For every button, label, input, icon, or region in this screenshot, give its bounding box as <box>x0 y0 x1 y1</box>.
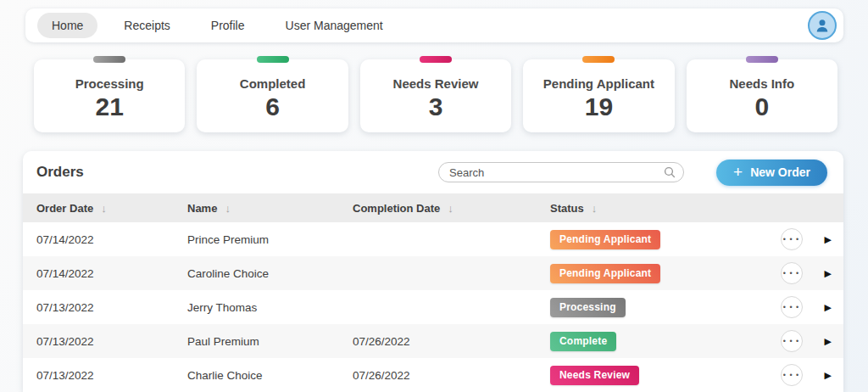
row-expand-arrow-icon[interactable]: ▶ <box>825 370 832 381</box>
row-expand-arrow-icon[interactable]: ▶ <box>825 302 832 313</box>
column-header[interactable]: Order Date ↓ <box>36 202 187 215</box>
nav-tab-user-management[interactable]: User Management <box>271 13 398 38</box>
stat-card[interactable]: Processing 21 <box>34 59 185 132</box>
nav-tab-profile[interactable]: Profile <box>197 13 259 38</box>
sort-down-icon[interactable]: ↓ <box>592 202 598 215</box>
cell-actions: • • • ▶ <box>755 364 833 386</box>
search-icon <box>663 165 676 179</box>
table-row[interactable]: 07/14/2022 Caroline Choice Pending Appli… <box>23 256 843 290</box>
sort-down-icon[interactable]: ↓ <box>225 202 231 215</box>
stat-value: 0 <box>754 92 769 121</box>
cell-status: Processing <box>550 298 755 317</box>
cell-order-date: 07/13/2022 <box>36 369 187 382</box>
new-order-label: New Order <box>750 165 810 179</box>
ellipsis-icon: • • • <box>783 338 799 345</box>
cell-name: Caroline Choice <box>187 267 353 280</box>
cell-status: Complete <box>550 332 755 351</box>
column-header[interactable]: Completion Date ↓ <box>353 202 550 215</box>
status-badge: Complete <box>550 332 616 351</box>
status-summary-cards: Processing 21 Completed 6 Needs Review 3… <box>34 59 837 132</box>
row-menu-button[interactable]: • • • <box>781 364 803 386</box>
nav-tab-receipts[interactable]: Receipts <box>109 13 184 38</box>
cell-order-date: 07/14/2022 <box>36 233 187 246</box>
stat-label: Processing <box>75 76 144 91</box>
cell-status: Pending Applicant <box>550 264 755 283</box>
stat-value: 19 <box>585 92 613 121</box>
stat-color-bar <box>420 56 452 63</box>
cell-name: Paul Premium <box>187 335 353 348</box>
table-row[interactable]: 07/14/2022 Prince Premium Pending Applic… <box>23 222 843 256</box>
row-menu-button[interactable]: • • • <box>781 262 803 284</box>
row-expand-arrow-icon[interactable]: ▶ <box>825 336 832 347</box>
ellipsis-icon: • • • <box>783 270 799 277</box>
nav-tab-home[interactable]: Home <box>37 13 97 38</box>
user-icon <box>814 17 831 34</box>
ellipsis-icon: • • • <box>783 236 799 244</box>
stat-color-bar <box>93 56 125 63</box>
row-menu-button[interactable]: • • • <box>781 296 803 318</box>
ellipsis-icon: • • • <box>783 372 799 379</box>
orders-table-body: 07/14/2022 Prince Premium Pending Applic… <box>23 222 843 392</box>
cell-name: Prince Premium <box>187 233 353 246</box>
stat-card[interactable]: Pending Applicant 19 <box>523 59 674 132</box>
column-label: Name <box>187 202 217 215</box>
cell-order-date: 07/14/2022 <box>36 267 187 280</box>
row-expand-arrow-icon[interactable]: ▶ <box>825 234 832 245</box>
stat-card[interactable]: Needs Review 3 <box>360 59 511 132</box>
orders-table-header: Order Date ↓ Name ↓ Completion Date ↓ St… <box>23 193 843 222</box>
top-navbar: HomeReceiptsProfileUser Management <box>25 8 843 42</box>
cell-name: Jerry Thomas <box>187 301 353 314</box>
status-badge: Pending Applicant <box>550 264 660 283</box>
user-avatar[interactable] <box>808 11 837 40</box>
plus-icon: + <box>733 164 743 180</box>
table-row[interactable]: 07/13/2022 Charlie Choice 07/26/2022 Nee… <box>23 358 843 392</box>
orders-title: Orders <box>36 164 84 181</box>
stat-card[interactable]: Completed 6 <box>197 59 348 132</box>
orders-panel: Orders + New Order Order Date ↓ Name ↓ C… <box>23 151 843 392</box>
stat-color-bar <box>746 56 778 63</box>
ellipsis-icon: • • • <box>783 304 799 311</box>
stat-value: 21 <box>96 92 124 121</box>
cell-actions: • • • ▶ <box>755 330 833 352</box>
stat-label: Pending Applicant <box>543 76 654 91</box>
orders-header: Orders + New Order <box>23 151 843 193</box>
stat-value: 3 <box>429 92 443 121</box>
column-label: Order Date <box>36 202 93 215</box>
stat-value: 6 <box>265 92 280 121</box>
cell-completion-date: 07/26/2022 <box>353 335 550 348</box>
cell-status: Needs Review <box>550 366 755 385</box>
row-menu-button[interactable]: • • • <box>781 228 803 250</box>
column-label: Completion Date <box>353 202 440 215</box>
table-row[interactable]: 07/13/2022 Paul Premium 07/26/2022 Compl… <box>23 324 843 358</box>
status-badge: Pending Applicant <box>550 230 660 249</box>
table-row[interactable]: 07/13/2022 Jerry Thomas Processing • • •… <box>23 290 843 324</box>
stat-label: Completed <box>240 76 306 91</box>
cell-actions: • • • ▶ <box>755 228 833 250</box>
row-expand-arrow-icon[interactable]: ▶ <box>825 268 832 279</box>
cell-actions: • • • ▶ <box>755 262 833 284</box>
status-badge: Processing <box>550 298 626 317</box>
cell-status: Pending Applicant <box>550 230 755 249</box>
stat-label: Needs Review <box>393 76 479 91</box>
status-badge: Needs Review <box>550 366 639 385</box>
sort-down-icon[interactable]: ↓ <box>448 202 453 215</box>
column-header[interactable]: Status ↓ <box>550 202 755 215</box>
sort-down-icon[interactable]: ↓ <box>101 202 107 215</box>
search-input[interactable] <box>438 162 684 182</box>
cell-completion-date: 07/26/2022 <box>353 369 550 382</box>
new-order-button[interactable]: + New Order <box>716 160 827 186</box>
stat-color-bar <box>257 56 289 63</box>
row-menu-button[interactable]: • • • <box>781 330 803 352</box>
search-wrap <box>438 162 684 182</box>
column-label: Status <box>550 202 584 215</box>
stat-color-bar <box>582 56 615 63</box>
cell-actions: • • • ▶ <box>755 296 833 318</box>
column-header[interactable]: Name ↓ <box>187 202 353 215</box>
cell-order-date: 07/13/2022 <box>36 335 187 348</box>
stat-label: Needs Info <box>729 76 794 91</box>
cell-name: Charlie Choice <box>187 369 353 382</box>
cell-order-date: 07/13/2022 <box>36 301 187 314</box>
stat-card[interactable]: Needs Info 0 <box>687 59 837 132</box>
